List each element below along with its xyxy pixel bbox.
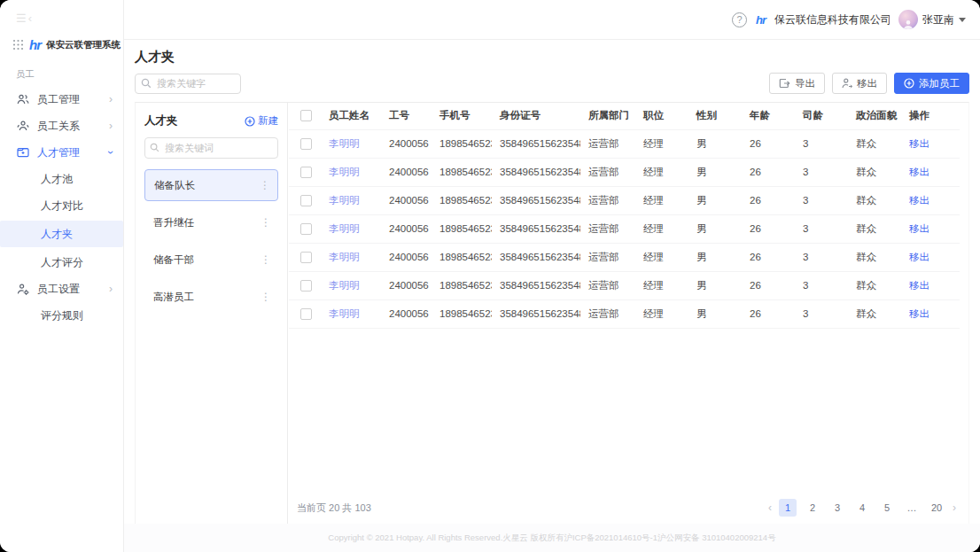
sidebar-item-label: 员工设置 (37, 282, 102, 297)
employee-id-cell: 2400056 (381, 271, 432, 299)
row-checkbox[interactable] (300, 252, 312, 263)
help-icon[interactable]: ? (732, 12, 747, 27)
id-card-cell: 358496515623548956 (492, 158, 580, 186)
page-button[interactable]: 4 (853, 499, 871, 517)
row-checkbox[interactable] (300, 308, 312, 320)
apps-grid-icon[interactable] (12, 39, 24, 51)
page-button[interactable]: 5 (878, 499, 896, 517)
user-menu[interactable]: 张亚南 (898, 10, 966, 29)
pagination-summary: 当前页 20 共 103 (297, 501, 371, 515)
employee-name-link[interactable]: 李明明 (329, 223, 360, 234)
folder-label: 高潜员工 (153, 291, 194, 304)
user-avatar (898, 10, 918, 29)
id-card-cell: 358496515623548956 (492, 299, 580, 328)
export-label: 导出 (795, 77, 815, 90)
folder-item[interactable]: 储备队长 ⋮ (144, 169, 278, 201)
circle-plus-icon (245, 116, 255, 127)
age-cell: 26 (742, 271, 795, 299)
folder-item[interactable]: 储备干部 ⋮ (144, 244, 278, 276)
department-cell: 运营部 (580, 158, 635, 186)
add-employee-button[interactable]: 添加员工 (894, 73, 969, 94)
remove-row-link[interactable]: 移出 (909, 167, 929, 177)
folder-label: 晋升继任 (153, 216, 194, 229)
phone-cell: 18985465236 (432, 243, 492, 271)
employee-name-link[interactable]: 李明明 (329, 195, 360, 206)
row-checkbox[interactable] (300, 280, 312, 292)
employee-name-link[interactable]: 李明明 (329, 280, 360, 291)
department-cell: 运营部 (580, 299, 635, 328)
row-checkbox[interactable] (300, 223, 312, 235)
position-cell: 经理 (635, 129, 688, 158)
sidebar-item-employee-settings[interactable]: 员工设置 › (0, 276, 123, 302)
people-icon (16, 92, 30, 106)
new-folder-button[interactable]: 新建 (245, 114, 278, 128)
gender-cell: 男 (688, 186, 742, 214)
employee-table: 员工姓名 工号 手机号 身份证号 所属部门 职位 性别 年龄 司龄 政治面貌 操… (289, 103, 960, 329)
table-row: 李明明 2400056 18985465236 3584965156235489… (289, 271, 960, 299)
remove-button[interactable]: 移出 (832, 73, 887, 94)
remove-row-link[interactable]: 移出 (909, 195, 929, 206)
sidebar-item-employee-relations[interactable]: 员工关系 › (0, 113, 123, 139)
phone-cell: 18985465236 (432, 186, 492, 214)
department-cell: 运营部 (580, 271, 635, 299)
sidebar: ☰‹ hr 保安云联管理系统 员工 员工管理 › (0, 0, 124, 552)
sidebar-item-employee-management[interactable]: 员工管理 › (0, 86, 123, 113)
collapse-menu-icon[interactable]: ☰‹ (16, 12, 34, 25)
age-cell: 26 (742, 243, 795, 271)
tenure-cell: 3 (795, 299, 848, 328)
employee-name-link[interactable]: 李明明 (329, 138, 360, 149)
page-button[interactable]: 1 (779, 499, 797, 517)
main-area: ? hr 保云联信息科技有限公司 1l 张亚南 人才夹 (124, 0, 980, 552)
phone-cell: 18985465236 (432, 271, 492, 299)
app-window: ☰‹ hr 保安云联管理系统 员工 员工管理 › (0, 0, 980, 552)
table-row: 李明明 2400056 18985465236 3584965156235489… (289, 243, 960, 271)
remove-row-link[interactable]: 移出 (909, 252, 929, 262)
employee-name-link[interactable]: 李明明 (329, 252, 360, 262)
remove-row-link[interactable]: 移出 (909, 280, 929, 291)
kebab-menu-icon[interactable]: ⋮ (261, 292, 271, 302)
folder-item[interactable]: 高潜员工 ⋮ (144, 281, 278, 313)
department-cell: 运营部 (580, 186, 635, 214)
remove-row-link[interactable]: 移出 (909, 223, 929, 234)
kebab-menu-icon[interactable]: ⋮ (260, 180, 270, 190)
export-button[interactable]: 导出 (769, 73, 825, 94)
sidebar-item-talent-folder[interactable]: 人才夹 (0, 221, 123, 247)
kebab-menu-icon[interactable]: ⋮ (261, 217, 271, 228)
employee-name-link[interactable]: 李明明 (329, 308, 360, 319)
page-button[interactable]: 20 (928, 499, 945, 517)
page-button[interactable]: 2 (804, 499, 821, 517)
sidebar-item-talent-compare[interactable]: 人才对比 (0, 192, 123, 219)
employee-id-cell: 2400056 (381, 299, 432, 328)
row-checkbox[interactable] (300, 167, 312, 178)
table-row: 李明明 2400056 18985465236 3584965156235489… (289, 214, 960, 243)
column-header: 身份证号 (492, 103, 580, 129)
position-cell: 经理 (635, 271, 688, 299)
prev-page-icon[interactable]: ‹ (768, 501, 772, 514)
sidebar-item-score-rules[interactable]: 评分规则 (0, 302, 123, 329)
remove-row-link[interactable]: 移出 (909, 308, 929, 319)
employee-name-link[interactable]: 李明明 (329, 167, 360, 177)
new-folder-label: 新建 (258, 114, 278, 128)
caret-down-icon (959, 18, 966, 22)
remove-row-link[interactable]: 移出 (909, 138, 929, 149)
age-cell: 26 (742, 158, 795, 186)
sidebar-item-label: 人才对比 (41, 198, 113, 214)
select-all-checkbox[interactable] (300, 110, 312, 121)
pagination-bar: 当前页 20 共 103 ‹ 1 2 3 4 5 … 20 › (288, 492, 968, 524)
next-page-icon[interactable]: › (953, 501, 956, 514)
sidebar-item-talent-score[interactable]: 人才评分 (0, 249, 123, 276)
id-card-cell: 358496515623548956 (492, 186, 580, 214)
company-name: 保云联信息科技有限公司 1l (774, 12, 890, 27)
kebab-menu-icon[interactable]: ⋮ (261, 254, 271, 265)
search-icon (141, 78, 152, 89)
page-button[interactable]: 3 (828, 499, 846, 517)
person-gear-icon (16, 282, 30, 296)
column-header: 所属部门 (580, 103, 635, 129)
folder-item[interactable]: 晋升继任 ⋮ (144, 206, 278, 238)
sidebar-item-label: 评分规则 (41, 308, 113, 323)
row-checkbox[interactable] (300, 195, 312, 206)
sidebar-item-talent-management[interactable]: 人才管理 › (0, 139, 123, 166)
row-checkbox[interactable] (300, 138, 312, 150)
folder-search-input[interactable] (144, 137, 278, 159)
sidebar-item-talent-pool[interactable]: 人才池 (0, 166, 123, 192)
